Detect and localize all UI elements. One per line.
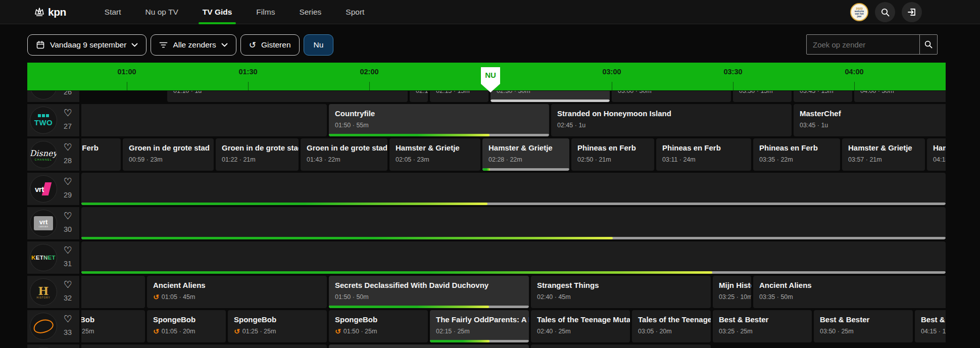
favorite-heart-icon[interactable]: ♡ bbox=[64, 177, 72, 186]
nav-item-films[interactable]: Films bbox=[255, 0, 276, 24]
channel-logo[interactable]: vrt bbox=[30, 175, 57, 203]
program-cell[interactable] bbox=[81, 276, 145, 308]
program-cell[interactable]: Groen in de grote stad01:22 · 21m bbox=[216, 138, 299, 171]
program-meta: 00:59 · 23m bbox=[129, 156, 208, 163]
timeline-tick: 03:00 bbox=[602, 68, 621, 76]
channel-logo[interactable]: KETNET bbox=[30, 244, 57, 271]
favorite-heart-icon[interactable]: ♡ bbox=[64, 142, 72, 152]
channel-logo[interactable]: HHISTORY bbox=[30, 278, 57, 306]
program-cell[interactable]: Mijn Historie03:25 · 10m bbox=[713, 276, 751, 308]
program-cell[interactable]: Phineas en Ferb03:35 · 22m bbox=[753, 138, 840, 171]
program-title: Best & Bester bbox=[921, 315, 946, 324]
program-cell[interactable] bbox=[329, 344, 529, 348]
kpn-brand[interactable]: kpn bbox=[33, 6, 66, 18]
program-meta: 01:10 · 1u bbox=[173, 91, 402, 94]
program-title: Hamster & Grietje bbox=[848, 143, 919, 153]
program-cell[interactable]: Secrets Declassified With David Duchovny… bbox=[329, 276, 529, 308]
program-time: 02:15 · 15m bbox=[436, 91, 470, 94]
login-button[interactable] bbox=[902, 2, 922, 22]
program-cell[interactable]: Ancient Aliens03:35 · 50m bbox=[753, 276, 946, 308]
timeline-tick-line bbox=[733, 82, 733, 90]
program-cell[interactable] bbox=[81, 344, 327, 348]
favorite-heart-icon[interactable]: ♡ bbox=[64, 314, 72, 324]
program-cell[interactable]: SpongeBob↺00:40 · 25m bbox=[81, 310, 145, 342]
channel-row-inner: ♡2601:10 · 1u02:10 · 5m02:15 · 15m02:30 … bbox=[27, 91, 946, 102]
channel-search-input[interactable] bbox=[807, 35, 919, 54]
program-cell[interactable]: Hamster & Grietje03:57 · 21m bbox=[842, 138, 925, 171]
channel-row-inner: DisneyCHANNEL♡28Phineas en FerbGroen in … bbox=[27, 138, 946, 171]
channel-cell: vrtCANVAS♡30 bbox=[27, 207, 79, 239]
program-cell[interactable]: Tales of the Teenage Mutant Ninja Turtle… bbox=[531, 310, 630, 342]
search-icon bbox=[880, 8, 890, 17]
channel-row-28: DisneyCHANNEL♡28Phineas en FerbGroen in … bbox=[27, 138, 946, 171]
replay-icon: ↺ bbox=[153, 328, 159, 335]
program-cell[interactable]: SpongeBob↺01:25 · 25m bbox=[228, 310, 327, 342]
program-cell[interactable]: SpongeBob↺01:50 · 25m bbox=[329, 310, 428, 342]
program-cell[interactable]: Stranded on Honeymoon Island02:45 · 1u bbox=[551, 104, 792, 136]
program-cell[interactable]: 03:45 · 15m bbox=[794, 91, 852, 102]
replay-icon: ↺ bbox=[335, 328, 341, 335]
program-cell[interactable]: Groen in de grote stad00:59 · 23m bbox=[123, 138, 214, 171]
program-cell[interactable]: Hamster & Grietje04:18 · 22m bbox=[927, 138, 946, 171]
channel-row-inner: HHISTORY♡32Ancient Aliens↺01:05 · 45mSec… bbox=[27, 276, 946, 308]
nav-item-nu-op-tv[interactable]: Nu op TV bbox=[144, 0, 179, 24]
program-cell[interactable] bbox=[531, 344, 711, 348]
program-cell[interactable]: Phineas en Ferb03:11 · 24m bbox=[656, 138, 751, 171]
program-cell[interactable]: Groen in de grote stad01:43 · 22m bbox=[301, 138, 387, 171]
program-cell[interactable]: 04:00 · 30m bbox=[854, 91, 946, 102]
channel-info: ♡26 bbox=[64, 91, 72, 100]
program-cell[interactable]: SpongeBob↺01:05 · 20m bbox=[147, 310, 226, 342]
channel-logo[interactable]: TWO bbox=[30, 107, 57, 134]
nav-item-start[interactable]: Start bbox=[104, 0, 122, 24]
program-cell[interactable]: The Fairly OddParents: A New Wish02:15 ·… bbox=[430, 310, 529, 342]
channel-filter-button[interactable]: Alle zenders bbox=[151, 34, 236, 56]
program-cell[interactable]: MasterChef03:45 · 1u bbox=[794, 104, 946, 136]
program-cell[interactable] bbox=[81, 104, 327, 136]
program-cell[interactable]: Hamster & Grietje02:05 · 23m bbox=[389, 138, 480, 171]
favorite-heart-icon[interactable]: ♡ bbox=[64, 280, 72, 289]
nav-item-sport[interactable]: Sport bbox=[345, 0, 365, 24]
channel-logo[interactable]: DisneyCHANNEL bbox=[30, 141, 57, 168]
favorite-heart-icon[interactable]: ♡ bbox=[64, 108, 72, 118]
program-title: Tales of the Teenage Mutant Ninja Turtle… bbox=[638, 315, 705, 324]
program-cell[interactable]: 01:10 · 1u bbox=[167, 91, 408, 102]
favorite-heart-icon[interactable]: ♡ bbox=[64, 211, 72, 221]
timeline-tick-line bbox=[369, 82, 370, 90]
channel-logo[interactable] bbox=[30, 91, 57, 100]
search-button[interactable] bbox=[875, 2, 895, 22]
program-cell[interactable]: 02:15 · 15m bbox=[430, 91, 488, 102]
channel-cell: HHISTORY♡32 bbox=[27, 276, 79, 308]
program-cell[interactable]: 02:30 · 30m bbox=[491, 91, 610, 102]
program-cell[interactable]: Strangest Things02:40 · 45m bbox=[531, 276, 711, 308]
top-nav: kpn StartNu op TVTV GidsFilmsSeriesSport… bbox=[0, 0, 980, 24]
program-cell[interactable]: Countryfile01:50 · 55m bbox=[329, 104, 549, 136]
channel-logo[interactable]: vrtCANVAS bbox=[30, 210, 57, 237]
program-cell[interactable]: Tales of the Teenage Mutant Ninja Turtle… bbox=[632, 310, 711, 342]
yesterday-button[interactable]: ↺ Gisteren bbox=[240, 34, 300, 56]
program-time: 01:43 · 22m bbox=[307, 156, 340, 163]
nav-right-cluster: 2023 website van het jaar bbox=[850, 0, 922, 24]
program-cell[interactable]: Hamster & Grietje02:28 · 22m bbox=[482, 138, 569, 171]
nav-item-tv-gids[interactable]: TV Gids bbox=[202, 0, 233, 24]
date-picker-button[interactable]: Vandaag 9 september bbox=[27, 34, 146, 56]
program-cell[interactable]: 03:00 · 30m bbox=[612, 91, 731, 102]
timeline-tick: 03:30 bbox=[723, 68, 742, 76]
channel-logo[interactable] bbox=[30, 313, 57, 340]
program-cell[interactable]: Ancient Aliens↺01:05 · 45m bbox=[147, 276, 327, 308]
nav-item-series[interactable]: Series bbox=[298, 0, 322, 24]
favorite-heart-icon[interactable]: ♡ bbox=[64, 245, 72, 255]
program-cell[interactable]: Best & Bester03:50 · 25m bbox=[814, 310, 913, 342]
program-cell[interactable] bbox=[81, 241, 946, 274]
program-cell[interactable]: 03:30 · 15m bbox=[733, 91, 792, 102]
channel-search-button[interactable] bbox=[919, 35, 937, 54]
program-cell[interactable]: Best & Bester04:15 · 15m bbox=[915, 310, 946, 342]
program-cell[interactable]: 02:10 · 5m bbox=[410, 91, 428, 102]
channel-number: 30 bbox=[64, 225, 72, 233]
badge-text: website van het jaar bbox=[853, 10, 865, 18]
program-cell[interactable] bbox=[81, 173, 946, 205]
program-cell[interactable]: Phineas en Ferb bbox=[81, 138, 121, 171]
now-button[interactable]: Nu bbox=[304, 34, 334, 56]
program-cell[interactable]: Best & Bester03:25 · 25m bbox=[713, 310, 812, 342]
program-cell[interactable]: Phineas en Ferb02:50 · 21m bbox=[571, 138, 654, 171]
program-cell[interactable] bbox=[81, 207, 946, 239]
